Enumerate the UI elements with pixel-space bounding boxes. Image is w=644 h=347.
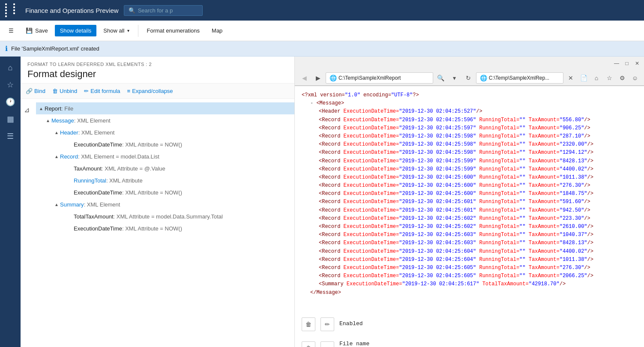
prop-row-filename: 🗑 ✏ File name "SampleXmlReport" xyxy=(302,340,637,347)
tree-item-taxamount[interactable]: TaxAmount: XML Attribute = @.Value xyxy=(36,162,294,174)
tree-item-execdt-header[interactable]: ExecutionDateTime: XML Attribute = NOW() xyxy=(36,138,294,150)
address-text: C:\Temp\SampleXmlReport xyxy=(338,75,401,81)
tree-item-message[interactable]: ▲ Message: XML Element xyxy=(36,114,294,126)
search-bar[interactable]: 🔍 xyxy=(124,5,203,16)
favorites-icon[interactable]: ☆ xyxy=(604,72,615,84)
xml-record-12: <Record ExecutionDateTime="2019-12-30 02… xyxy=(302,206,637,215)
search-input[interactable] xyxy=(138,7,198,14)
minimize-button[interactable]: — xyxy=(613,60,620,67)
settings-browser-icon[interactable]: ⚙ xyxy=(617,72,628,84)
favicon-icon: 🌐 xyxy=(329,75,337,81)
toggle-header[interactable]: ▲ xyxy=(53,129,60,136)
tree-item-summary[interactable]: ▲ Summary: XML Element xyxy=(36,198,294,210)
toggle-summary[interactable]: ▲ xyxy=(53,201,60,208)
filename-label: File name xyxy=(339,340,396,347)
show-all-button[interactable]: Show all ▾ xyxy=(98,25,134,36)
search-in-page-button[interactable]: 🔍 xyxy=(435,72,447,84)
top-bar: Finance and Operations Preview 🔍 xyxy=(0,0,644,21)
format-panel-inner: ⊿ ▲ Report: File ▲ Message: X xyxy=(21,99,294,238)
tree-label-header: Header: XML Element xyxy=(60,129,291,136)
trash-icon: 🗑 xyxy=(52,88,58,94)
browser-chrome: — □ ✕ ◀ ▶ 🌐 C:\Temp\SampleXmlReport 🔍 ▾ … xyxy=(295,57,644,86)
xml-record-10: <Record ExecutionDateTime="2019-12-30 02… xyxy=(302,190,637,198)
tree-item-header[interactable]: ▲ Header: XML Element xyxy=(36,126,294,138)
hamburger-icon: ☰ xyxy=(9,27,14,34)
close-tab-icon[interactable]: ✕ xyxy=(565,72,576,84)
sidebar-star-icon[interactable]: ☆ xyxy=(3,77,18,93)
info-icon: ℹ xyxy=(5,45,8,53)
format-enumerations-button[interactable]: Format enumerations xyxy=(142,25,205,36)
forward-button[interactable]: ▶ xyxy=(312,72,324,84)
info-message: File 'SampleXmlReport.xml' created xyxy=(11,45,99,52)
content-area: <?xml version="1.0" encoding="UTF-8"?> -… xyxy=(295,86,644,347)
address-text-2: C:\Temp\SampleXmlRep... xyxy=(489,75,549,81)
tree-label-summary: Summary: XML Element xyxy=(60,201,291,208)
xml-record-18: <Record ExecutionDateTime="2019-12-30 02… xyxy=(302,256,637,264)
xml-message-close: </Message> xyxy=(302,289,637,297)
xml-record-4: <Record ExecutionDateTime="2019-12-30 02… xyxy=(302,141,637,149)
tree-item-execdt-summary[interactable]: ExecutionDateTime: XML Attribute = NOW() xyxy=(36,222,294,234)
tree-label-execdt-summary: ExecutionDateTime: XML Attribute = NOW() xyxy=(74,225,291,232)
format-label: FORMAT TO LEARN DEFERRED XML ELEMENTS : … xyxy=(27,62,288,67)
main-toolbar: ☰ 💾 Save Show details Show all ▾ Format … xyxy=(0,21,644,41)
delete-enabled-button[interactable]: 🗑 xyxy=(302,317,315,331)
expand-collapse-button[interactable]: ≡ Expand/collapse xyxy=(127,86,173,96)
tree-item-totaltaxamount[interactable]: TotalTaxAmount: XML Attribute = model.Da… xyxy=(36,210,294,222)
tree-label-message: Message: XML Element xyxy=(51,117,291,124)
edit-filename-button[interactable]: ✏ xyxy=(321,341,334,347)
save-icon: 💾 xyxy=(26,27,33,34)
right-area: — □ ✕ ◀ ▶ 🌐 C:\Temp\SampleXmlReport 🔍 ▾ … xyxy=(295,57,644,347)
unbind-button[interactable]: 🗑 Unbind xyxy=(52,86,77,96)
pin-button[interactable]: ▾ xyxy=(449,72,461,84)
back-button[interactable]: ◀ xyxy=(298,72,310,84)
home-browser-icon[interactable]: ⌂ xyxy=(591,72,602,84)
new-tab-icon[interactable]: 📄 xyxy=(578,72,589,84)
address-bar-2[interactable]: 🌐 C:\Temp\SampleXmlRep... xyxy=(476,72,563,84)
toggle-report[interactable]: ▲ xyxy=(38,105,45,112)
sidebar-grid-icon[interactable]: ▦ xyxy=(3,111,18,127)
toggle-record[interactable]: ▲ xyxy=(53,153,60,160)
format-header: FORMAT TO LEARN DEFERRED XML ELEMENTS : … xyxy=(21,57,294,84)
xml-content: <?xml version="1.0" encoding="UTF-8"?> -… xyxy=(295,86,644,347)
xml-record-15: <Record ExecutionDateTime="2019-12-30 02… xyxy=(302,231,637,239)
bind-button[interactable]: 🔗 Bind xyxy=(26,86,45,96)
close-button[interactable]: ✕ xyxy=(634,60,641,67)
xml-record-7: <Record ExecutionDateTime="2019-12-30 02… xyxy=(302,165,637,174)
filter-icon[interactable]: ⊿ xyxy=(24,101,36,114)
tree-item-runningtotal[interactable]: RunningTotal: XML Attribute xyxy=(36,174,294,186)
hamburger-menu-button[interactable]: ☰ xyxy=(3,25,19,36)
sidebar-clock-icon[interactable]: 🕐 xyxy=(3,94,18,110)
xml-record-13: <Record ExecutionDateTime="2019-12-30 02… xyxy=(302,215,637,223)
browser-nav: ◀ ▶ 🌐 C:\Temp\SampleXmlReport 🔍 ▾ ↻ 🌐 C:… xyxy=(295,70,644,86)
smiley-icon[interactable]: ☺ xyxy=(629,72,641,84)
search-icon: 🔍 xyxy=(129,7,135,14)
sidebar-home-icon[interactable]: ⌂ xyxy=(3,60,18,75)
chevron-down-icon: ▾ xyxy=(127,28,129,33)
xml-record-14: <Record ExecutionDateTime="2019-12-30 02… xyxy=(302,223,637,231)
tree-item-report[interactable]: ▲ Report: File xyxy=(36,102,294,114)
show-details-button[interactable]: Show details xyxy=(55,25,97,36)
edit-enabled-button[interactable]: ✏ xyxy=(321,317,334,331)
xml-record-6: <Record ExecutionDateTime="2019-12-30 02… xyxy=(302,157,637,165)
sidebar-list-icon[interactable]: ☰ xyxy=(3,129,18,144)
refresh-button[interactable]: ↻ xyxy=(462,72,474,84)
save-button[interactable]: 💾 Save xyxy=(21,25,53,36)
app-grid-icon[interactable] xyxy=(5,3,20,17)
xml-record-19: <Record ExecutionDateTime="2019-12-30 02… xyxy=(302,264,637,272)
enabled-label: Enabled xyxy=(339,320,363,329)
tree-label-record: Record: XML Element = model.Data.List xyxy=(60,153,291,160)
map-button[interactable]: Map xyxy=(207,25,228,36)
maximize-button[interactable]: □ xyxy=(623,60,630,67)
toggle-message[interactable]: ▲ xyxy=(45,117,51,124)
xml-record-8: <Record ExecutionDateTime="2019-12-30 02… xyxy=(302,174,637,182)
edit-formula-button[interactable]: ✏ Edit formula xyxy=(84,86,120,96)
tree-item-execdt-record[interactable]: ExecutionDateTime: XML Attribute = NOW() xyxy=(36,186,294,198)
delete-filename-button[interactable]: 🗑 xyxy=(302,341,315,347)
tree-label-taxamount: TaxAmount: XML Attribute = @.Value xyxy=(74,165,291,172)
browser-extra-icons: ✕ 📄 ⌂ ☆ ⚙ ☺ xyxy=(565,72,641,84)
link-icon: 🔗 xyxy=(26,88,33,94)
tree-item-record[interactable]: ▲ Record: XML Element = model.Data.List xyxy=(36,150,294,162)
xml-summary: <Summary ExecutionDateTime="2019-12-30 0… xyxy=(302,280,637,288)
xml-record-16: <Record ExecutionDateTime="2019-12-30 02… xyxy=(302,239,637,247)
address-bar[interactable]: 🌐 C:\Temp\SampleXmlReport xyxy=(326,72,433,84)
